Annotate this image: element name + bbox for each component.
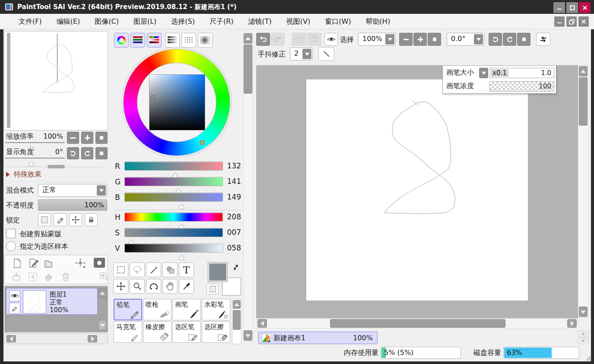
layer-mask-button[interactable] xyxy=(94,258,105,268)
stabilizer-combo[interactable]: 2 xyxy=(290,47,313,60)
slider-s-handle[interactable] xyxy=(128,237,134,244)
minimize-button[interactable] xyxy=(553,2,565,13)
menu-select[interactable]: 选择(S) xyxy=(164,14,202,29)
view-zoom-in-button[interactable] xyxy=(413,33,427,46)
slider-r[interactable] xyxy=(124,161,223,171)
zoom-tool-button[interactable] xyxy=(130,279,145,294)
slider-b-handle[interactable] xyxy=(178,201,184,209)
canvas-hscroll-thumb[interactable] xyxy=(330,319,505,328)
view-zoom-dropdown-button[interactable] xyxy=(385,34,394,44)
canvas-scroll-down-button[interactable] xyxy=(579,307,588,317)
layer-item-selected[interactable]: 图层1 正常 100% xyxy=(6,288,98,315)
navigator-panel[interactable] xyxy=(4,31,108,130)
layer-edit-indicator[interactable] xyxy=(9,303,20,314)
opacity-slider[interactable]: 100% xyxy=(38,199,107,211)
move-tool-button[interactable] xyxy=(113,279,128,294)
brush-item-pencil[interactable]: 铅笔 xyxy=(114,299,142,320)
mdi-close-button[interactable] xyxy=(578,16,589,27)
slider-v-handle[interactable] xyxy=(178,252,184,260)
rgb-sliders-toggle-button[interactable] xyxy=(130,33,145,47)
invert-selection-button[interactable] xyxy=(307,33,321,46)
lock-transparency-button[interactable] xyxy=(38,213,51,226)
new-folder-icon[interactable] xyxy=(44,258,53,269)
navigator-rotate-ccw-button[interactable] xyxy=(67,147,79,159)
new-layer-icon[interactable] xyxy=(13,258,22,269)
view-angle-reset-button[interactable] xyxy=(517,33,530,46)
blend-mode-dropdown-button[interactable] xyxy=(97,185,106,196)
layer-visibility-toggle[interactable] xyxy=(9,290,20,301)
clip-mask-checkbox[interactable] xyxy=(6,229,16,238)
slider-s[interactable] xyxy=(124,228,223,237)
menu-filter[interactable]: 滤镜(T) xyxy=(241,14,279,29)
swap-colors-icon[interactable] xyxy=(232,263,240,272)
rotate-view-tool-button[interactable] xyxy=(146,279,161,294)
mdi-restore-button[interactable] xyxy=(566,16,577,27)
canvas-vscrollbar[interactable] xyxy=(578,65,588,318)
text-tool-button[interactable]: T xyxy=(179,263,194,277)
navigator-zoom-slider[interactable] xyxy=(5,142,65,143)
brush-size-field[interactable]: x0.1 1.0 xyxy=(489,68,554,78)
layer-list-scroll-down-button[interactable] xyxy=(98,320,107,330)
brush-item-selection-eraser[interactable]: 选区擦 xyxy=(202,321,230,343)
navigator-angle-slider-handle[interactable] xyxy=(29,158,35,166)
view-rotate-ccw-button[interactable] xyxy=(489,33,502,46)
view-angle-combo[interactable]: 0.0° xyxy=(447,33,484,46)
brush-grid-scrollbar[interactable] xyxy=(232,299,241,344)
lock-pixels-button[interactable] xyxy=(54,213,67,226)
clear-layer-icon[interactable] xyxy=(44,272,54,282)
brush-scroll-up-button[interactable] xyxy=(233,300,241,309)
brush-size-dropdown-button[interactable] xyxy=(479,68,488,78)
navigator-rotate-cw-button[interactable] xyxy=(81,147,93,159)
canvas-scroll-left-button[interactable] xyxy=(257,319,267,328)
navigator-zoom-out-button[interactable] xyxy=(67,132,79,144)
close-button[interactable] xyxy=(579,2,591,13)
menu-help[interactable]: 帮助(H) xyxy=(359,14,398,29)
flip-view-button[interactable] xyxy=(536,33,550,46)
add-selection-icon[interactable] xyxy=(28,272,38,282)
tab-scroll-down-button[interactable] xyxy=(578,338,589,344)
tool-column-scroll-up-button[interactable] xyxy=(244,33,252,44)
lock-position-button[interactable] xyxy=(69,213,82,226)
layer-list-scroll-left-button[interactable] xyxy=(6,335,16,342)
menu-file[interactable]: 文件(F) xyxy=(11,14,49,29)
brush-scroll-thumb[interactable] xyxy=(233,310,241,330)
menu-edit[interactable]: 编辑(E) xyxy=(49,14,88,29)
canvas-scroll-up-button[interactable] xyxy=(579,66,588,76)
slider-h[interactable] xyxy=(124,212,223,222)
slider-g-handle[interactable] xyxy=(175,186,181,193)
transform-tool-icon[interactable] xyxy=(75,258,86,269)
sv-square[interactable] xyxy=(149,74,205,130)
undo-button[interactable] xyxy=(256,33,270,46)
view-zoom-reset-button[interactable] xyxy=(428,33,441,46)
brush-item-brush[interactable]: 画笔 xyxy=(172,299,201,320)
brush-size-scale[interactable]: x0.1 xyxy=(491,69,508,77)
copy-mask-icon[interactable] xyxy=(99,272,109,282)
slider-r-handle[interactable] xyxy=(172,170,178,177)
brush-item-airbrush[interactable]: 喷枪 xyxy=(143,299,172,320)
tool-column-scroll-thumb[interactable] xyxy=(244,44,252,94)
scratchpad-toggle-button[interactable] xyxy=(198,33,213,47)
hsv-sliders-toggle-button[interactable] xyxy=(147,33,162,47)
selection-sample-radio[interactable] xyxy=(6,241,16,251)
new-linework-layer-icon[interactable] xyxy=(29,258,39,269)
view-angle-dropdown-button[interactable] xyxy=(474,34,483,44)
color-wheel-toggle-button[interactable] xyxy=(114,33,129,47)
menu-ruler[interactable]: 尺子(R) xyxy=(202,14,241,29)
resize-grip[interactable] xyxy=(585,355,591,361)
lasso-tool-button[interactable] xyxy=(130,263,145,277)
hand-tool-button[interactable] xyxy=(162,279,178,294)
canvas[interactable] xyxy=(306,79,528,301)
gray-slider-toggle-button[interactable] xyxy=(165,33,180,47)
navigator-zoom-reset-button[interactable] xyxy=(95,132,108,144)
line-tool-button[interactable] xyxy=(318,47,334,61)
layer-list-scroll-up-button[interactable] xyxy=(98,288,107,298)
slider-b[interactable] xyxy=(124,193,223,202)
lock-all-button[interactable] xyxy=(85,213,98,226)
navigator-zoom-in-button[interactable] xyxy=(81,132,93,144)
menu-layer[interactable]: 图层(L) xyxy=(126,14,164,29)
brush-item-selection-pen[interactable]: 选区笔 xyxy=(172,321,201,343)
layer-list-scroll-right-button[interactable] xyxy=(88,335,97,342)
mdi-minimize-button[interactable] xyxy=(554,16,565,27)
view-rotate-cw-button[interactable] xyxy=(503,33,516,46)
primary-color-swatch[interactable] xyxy=(208,262,228,282)
